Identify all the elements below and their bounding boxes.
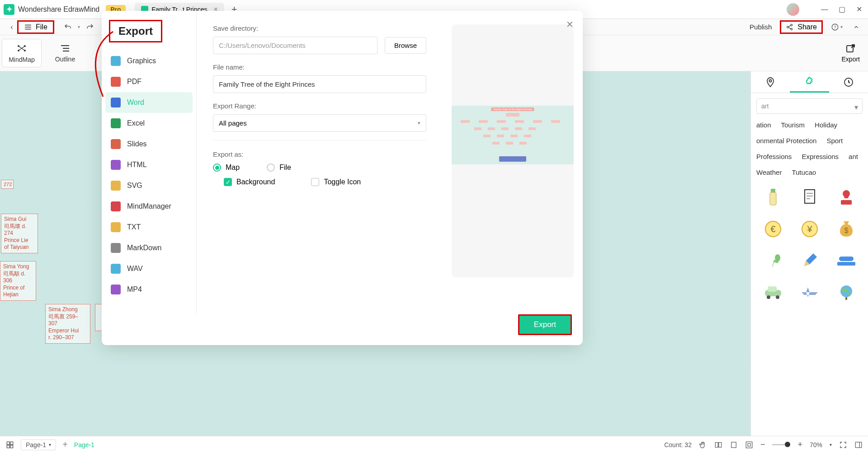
hand-tool-icon[interactable] (699, 441, 707, 449)
preview-thumbnail: Family Tree of the Eight Princes (452, 106, 574, 164)
zoom-in-button[interactable]: + (797, 440, 802, 449)
canvas-node[interactable]: 272 (1, 180, 14, 189)
category-item[interactable]: Sport (826, 137, 843, 145)
clipart-tab[interactable] (790, 71, 829, 93)
format-mp4[interactable]: MP4 (102, 279, 196, 300)
flower-icon (804, 76, 815, 87)
category-item[interactable]: Expressions (802, 153, 839, 160)
mp4-icon (111, 285, 121, 294)
category-item[interactable]: Holiday (815, 121, 837, 129)
svg-icon (111, 181, 121, 191)
export-range-select[interactable]: All pages ▾ (213, 114, 426, 132)
format-slides[interactable]: Slides (102, 134, 196, 154)
pages-icon[interactable] (5, 440, 14, 449)
location-tab[interactable] (751, 71, 790, 93)
add-page-button[interactable]: + (62, 439, 68, 450)
clipart-lamp-icon[interactable] (758, 248, 788, 273)
clipart-category-input[interactable] (756, 98, 863, 114)
clipart-stamp-icon[interactable] (831, 185, 861, 210)
canvas-node[interactable]: Sima Zhong 司馬衷 259–307 Emperor Hui r. 29… (45, 304, 90, 344)
checkbox-toggle-icon[interactable]: Toggle Icon (311, 178, 361, 186)
undo-dropdown-icon[interactable]: ▾ (78, 24, 80, 29)
category-item[interactable]: Tourism (781, 121, 805, 129)
clipart-euro-icon[interactable]: € (758, 217, 788, 241)
maximize-button[interactable]: ▢ (836, 4, 847, 15)
export-confirm-button[interactable]: Export (518, 314, 572, 335)
fit-view-icon[interactable] (745, 441, 753, 449)
radio-map[interactable]: Map (213, 163, 240, 172)
fullscreen-icon[interactable] (839, 441, 847, 449)
page-tab[interactable]: Page-1 (74, 441, 94, 448)
export-heading: Export (109, 20, 162, 42)
export-icon (845, 44, 856, 54)
outline-view-button[interactable]: Outline (45, 39, 85, 67)
export-as-label: Export as: (213, 150, 426, 158)
format-word[interactable]: Word (105, 92, 193, 113)
user-avatar[interactable] (787, 3, 799, 16)
share-button[interactable]: Share (780, 20, 823, 34)
radio-file[interactable]: File (267, 163, 291, 172)
canvas-node[interactable]: Sima Gui 司馬瓌 d. 274 Prince Lie of Taiyua… (1, 214, 38, 253)
modal-footer: Export (102, 314, 583, 345)
page-selector[interactable]: Page-1 ▾ (21, 439, 56, 450)
browse-button[interactable]: Browse (385, 37, 426, 54)
format-excel[interactable]: Excel (102, 113, 196, 134)
category-item[interactable]: ant (849, 153, 858, 160)
minimize-button[interactable]: — (819, 4, 830, 15)
file-name-input[interactable] (213, 75, 426, 93)
back-button[interactable]: ‹ (6, 22, 17, 33)
clipart-airplane-icon[interactable] (795, 280, 824, 304)
format-html[interactable]: HTML (102, 154, 196, 175)
close-window-button[interactable]: ✕ (854, 4, 864, 15)
zoom-out-button[interactable]: − (760, 440, 765, 449)
count-label: Count: 32 (664, 441, 692, 448)
zoom-value[interactable]: 70% (810, 441, 822, 448)
format-svg[interactable]: SVG (102, 175, 196, 196)
checkbox-background[interactable]: ✓ Background (224, 178, 275, 186)
zoom-slider[interactable] (772, 444, 790, 445)
format-txt[interactable]: TXT (102, 217, 196, 238)
save-dir-label: Save directory: (213, 24, 426, 32)
category-item[interactable]: onmental Protection (756, 137, 816, 145)
canvas-node[interactable]: Sima Yong 司馬顒 d. 306 Prince of Hejian (0, 261, 36, 301)
category-item[interactable]: ation (756, 121, 771, 129)
clipart-glue-icon[interactable] (758, 185, 788, 210)
category-item[interactable]: Weather (756, 168, 782, 176)
history-tab[interactable] (829, 71, 868, 93)
sidebar-toggle-icon[interactable] (854, 441, 863, 449)
undo-button[interactable] (62, 22, 73, 33)
clipart-category-select[interactable]: ▾ (756, 98, 863, 114)
format-graphics[interactable]: Graphics (102, 51, 196, 71)
file-menu-button[interactable]: File (17, 20, 54, 34)
zoom-dropdown-icon[interactable]: ▾ (830, 442, 832, 447)
export-toolbar-button[interactable]: Export (842, 44, 860, 63)
collapse-ribbon-button[interactable] (851, 22, 862, 33)
format-mindmanager[interactable]: MindManager (102, 196, 196, 217)
clipart-document-icon[interactable] (795, 185, 824, 210)
redo-button[interactable] (85, 22, 95, 33)
book-view-icon[interactable] (714, 441, 722, 449)
clipart-globe-icon[interactable] (831, 280, 861, 304)
mindmap-icon (15, 43, 28, 53)
format-markdown[interactable]: MarkDown (102, 238, 196, 258)
mindmap-view-button[interactable]: MindMap (2, 39, 42, 67)
svg-rect-34 (7, 445, 9, 448)
clipart-money-bag-icon[interactable]: $ (831, 217, 861, 241)
format-pdf[interactable]: PDF (102, 71, 196, 92)
publish-button[interactable]: Publish (750, 23, 772, 31)
close-modal-button[interactable]: ✕ (566, 19, 574, 30)
category-item[interactable]: Tutucao (792, 168, 816, 176)
viewbar-right: Export (842, 35, 868, 71)
category-item[interactable]: Professions (756, 153, 792, 160)
clipart-car-icon[interactable] (758, 280, 788, 304)
clipart-yen-icon[interactable]: ¥ (795, 217, 824, 241)
clipart-stapler-icon[interactable] (831, 248, 861, 273)
help-button[interactable]: ? ▾ (831, 23, 843, 31)
format-wav[interactable]: WAV (102, 258, 196, 279)
clipart-pencil-icon[interactable] (795, 248, 824, 273)
page-view-icon[interactable] (730, 441, 738, 449)
radio-map-label: Map (226, 163, 240, 172)
export-toolbar-label: Export (842, 56, 860, 63)
export-form: Save directory: Browse File name: Export… (197, 11, 443, 314)
save-directory-input[interactable] (213, 37, 377, 54)
